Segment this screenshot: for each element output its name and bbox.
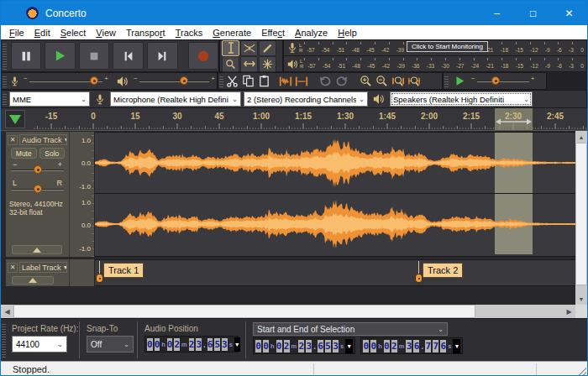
- selection-end-timebox[interactable]: 00h02m36.776s▼: [360, 337, 463, 354]
- gain-slider[interactable]: [11, 162, 64, 178]
- menu-analyze[interactable]: Analyze: [290, 27, 333, 39]
- play-at-speed-icon: [454, 76, 465, 86]
- zoom-in-button[interactable]: [358, 74, 374, 88]
- play-speed-slider[interactable]: [477, 73, 529, 89]
- mute-button[interactable]: Mute: [11, 148, 37, 159]
- meter-lr-labels: LR: [299, 43, 302, 53]
- playback-meter[interactable]: LR -57-54-51-48-45-42-39-36-33-30-27-24-…: [284, 56, 586, 71]
- cut-button[interactable]: [224, 74, 240, 88]
- collapse-label-track-button[interactable]: [12, 276, 54, 285]
- close-label-track-button[interactable]: ✕: [8, 263, 18, 273]
- collapse-track-button[interactable]: [12, 245, 62, 254]
- label-track-content[interactable]: Track 1Track 2: [95, 259, 577, 286]
- toolbar-grip[interactable]: [444, 75, 449, 87]
- horizontal-scrollbar-thumb[interactable]: [13, 305, 475, 318]
- pause-icon: [20, 50, 32, 62]
- toolbar-grip[interactable]: [3, 93, 7, 105]
- solo-button[interactable]: Solo: [39, 148, 66, 159]
- pan-slider[interactable]: [11, 181, 64, 197]
- label-track[interactable]: ✕ Label Track▼ Track 1Track 2: [1, 259, 577, 286]
- waveform-area[interactable]: [95, 132, 577, 257]
- zoom-tool-button[interactable]: [222, 56, 239, 72]
- envelope-tool-button[interactable]: [240, 40, 258, 56]
- recording-meter[interactable]: LR -57-54-51-48-45-42-39-36-33-30-27-24-…: [284, 40, 586, 56]
- undo-button[interactable]: [318, 74, 333, 88]
- selection-mode-dropdown[interactable]: Start and End of Selection⌄: [253, 322, 448, 336]
- pause-button[interactable]: [11, 42, 42, 70]
- recording-volume-slider[interactable]: [29, 73, 103, 89]
- stop-button[interactable]: [79, 42, 110, 70]
- menu-tracks[interactable]: Tracks: [171, 27, 208, 39]
- svg-text:1:45: 1:45: [379, 112, 396, 121]
- snap-to-dropdown[interactable]: Off⌄: [87, 336, 134, 352]
- monitoring-tooltip[interactable]: Click to Start Monitoring: [407, 41, 488, 52]
- menu-transport[interactable]: Transport: [121, 27, 171, 39]
- silence-audio-button[interactable]: [293, 74, 309, 88]
- trim-audio-button[interactable]: [277, 74, 293, 88]
- waveform-right-channel[interactable]: [95, 194, 577, 254]
- recording-device-dropdown[interactable]: Microphone (Realtek High Defini⌄: [110, 91, 241, 107]
- menu-generate[interactable]: Generate: [207, 27, 256, 39]
- toolbar-grip[interactable]: [3, 75, 7, 87]
- draw-tool-button[interactable]: [259, 40, 276, 56]
- playback-device-dropdown[interactable]: Speakers (Realtek High Definiti⌄: [390, 91, 533, 107]
- recording-channels-dropdown[interactable]: 2 (Stereo) Recording Channels⌄: [244, 91, 368, 107]
- label-track-title-menu[interactable]: Label Track▼: [19, 262, 67, 273]
- toolbar-grip[interactable]: [219, 75, 223, 87]
- play-at-speed-button[interactable]: [449, 74, 470, 89]
- scroll-down-arrow[interactable]: ▼: [575, 293, 587, 305]
- scroll-right-arrow[interactable]: ▶: [563, 305, 575, 318]
- zoom-out-button[interactable]: [374, 74, 390, 88]
- audio-host-dropdown[interactable]: MME⌄: [9, 91, 90, 107]
- close-button[interactable]: ✕: [551, 1, 587, 25]
- transport-toolbar: [1, 39, 219, 72]
- minimize-button[interactable]: –: [479, 1, 515, 25]
- vertical-scrollbar[interactable]: ▲ ▼: [575, 131, 587, 305]
- waveform-left-channel[interactable]: [95, 133, 577, 193]
- mixer-toolbar: − + − +: [1, 72, 218, 90]
- menu-help[interactable]: Help: [333, 27, 362, 39]
- multi-tool-button[interactable]: [259, 56, 276, 72]
- audio-position-timebox[interactable]: 00h02m23.653s▼: [144, 336, 239, 352]
- menu-view[interactable]: View: [91, 27, 121, 39]
- svg-text:0: 0: [91, 112, 96, 121]
- redo-button[interactable]: [333, 74, 349, 88]
- zoom-fit-button[interactable]: [406, 74, 422, 88]
- skip-to-start-button[interactable]: [113, 42, 144, 70]
- tools-toolbar: [219, 39, 283, 72]
- scroll-left-arrow[interactable]: ◀: [1, 305, 13, 318]
- track-title-menu[interactable]: Audio Track▼: [19, 134, 67, 145]
- vertical-scrollbar-thumb[interactable]: [575, 143, 587, 285]
- selection-start-timebox[interactable]: 00h02m23.653s▼: [253, 337, 355, 354]
- svg-text:1:15: 1:15: [295, 112, 312, 121]
- toolbar-grip[interactable]: [2, 322, 6, 358]
- playback-volume-slider[interactable]: [139, 73, 210, 89]
- recording-device-icon: [95, 93, 105, 106]
- project-rate-dropdown[interactable]: 44100⌄: [12, 336, 67, 352]
- toolbar-grip[interactable]: [3, 42, 7, 70]
- audio-track[interactable]: ✕ Audio Track▼ Mute Solo −+ LR Stereo, 4…: [1, 132, 577, 257]
- horizontal-scrollbar[interactable]: ◀ ▶: [1, 305, 587, 318]
- paste-button[interactable]: [256, 74, 272, 88]
- pin-playhead-button[interactable]: [5, 110, 25, 128]
- time-shift-tool-button[interactable]: [240, 56, 258, 72]
- menu-file[interactable]: File: [4, 27, 29, 39]
- vertical-scale-ruler[interactable]: 1.0 0.0 -1.0 1.0 0.0 -1.0: [70, 132, 95, 257]
- resize-grip[interactable]: [578, 368, 586, 376]
- zoom-in-icon: [360, 75, 372, 87]
- close-track-button[interactable]: ✕: [8, 135, 18, 145]
- playback-meter-scale: -57-54-51-48-45-42-39-36-33-30-27-24-21-…: [305, 63, 586, 69]
- record-button[interactable]: [188, 42, 219, 70]
- copy-button[interactable]: [240, 74, 256, 88]
- zoom-selection-button[interactable]: [390, 74, 406, 88]
- selection-tool-button[interactable]: [222, 40, 239, 56]
- zoom-selection-icon: [391, 75, 405, 87]
- menu-effect[interactable]: Effect: [256, 27, 290, 39]
- maximize-button[interactable]: □: [515, 1, 551, 25]
- menu-select[interactable]: Select: [55, 27, 92, 39]
- skip-to-end-button[interactable]: [147, 42, 178, 70]
- scroll-up-arrow[interactable]: ▲: [575, 131, 587, 143]
- menu-edit[interactable]: Edit: [29, 27, 55, 39]
- timeline-ruler[interactable]: -1501530451:001:151:301:452:002:152:302:…: [1, 108, 587, 131]
- play-button[interactable]: [45, 42, 76, 70]
